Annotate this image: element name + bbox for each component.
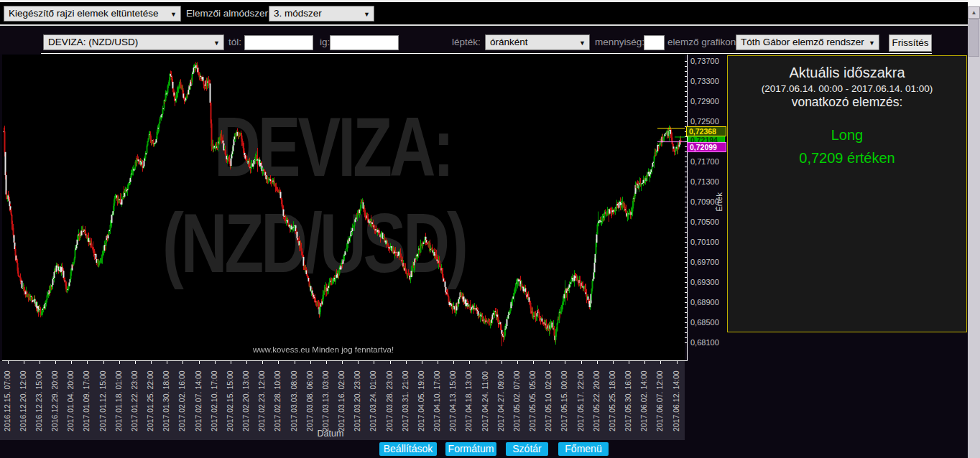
x-axis-tick [469, 361, 470, 364]
y-axis-tick [685, 277, 687, 278]
x-axis-label: 2017.04.18. 13:00 [464, 365, 473, 431]
scale-select-value: óránként [490, 37, 528, 47]
analyzer-select[interactable]: Tóth Gábor elemző rendszer ▼ [736, 34, 879, 50]
y-axis-label: 0,68500 [690, 318, 719, 327]
x-axis-label: 2017.01.25. 22:00 [146, 365, 154, 431]
currency-pair-select-value: DEVIZA: (NZD/USD) [48, 37, 138, 47]
x-axis-label: 2017.01.09. 17:00 [82, 365, 91, 431]
y-axis-tick [685, 177, 687, 177]
x-axis-tick [310, 361, 311, 364]
x-axis-tick [135, 361, 136, 364]
x-axis-label: 2017.05.05. 05:00 [528, 365, 537, 431]
x-axis-tick [453, 361, 454, 364]
x-axis-tick [40, 361, 40, 364]
x-axis-label: 2017.03.28. 23:00 [385, 365, 394, 431]
y-axis-label: 0,71700 [690, 157, 719, 166]
analysis-period: (2017.06.14. 00:00 - 2017.06.14. 01:00) [728, 83, 966, 94]
y-axis-label: 0,70500 [690, 218, 719, 226]
x-axis-label: 2017.06.07. 12:00 [655, 365, 664, 431]
chevron-down-icon: ▼ [579, 39, 586, 47]
x-axis-label: 2017.01.04. 20:00 [66, 365, 75, 431]
x-axis-label: 2017.03.20. 23:00 [353, 365, 361, 431]
x-axis-line [2, 360, 688, 361]
x-axis-label: 2017.04.13. 15:00 [448, 365, 457, 431]
dictionary-button[interactable]: Szótár [506, 442, 548, 456]
draw-elements-select[interactable]: Kiegészítő rajzi elemek eltüntetése ▼ [4, 6, 181, 22]
x-axis-label: 2016.12.15. 07:00 [3, 365, 11, 431]
x-axis-tick [8, 361, 9, 364]
format-button[interactable]: Formátum [445, 442, 496, 456]
x-axis-tick [501, 361, 502, 364]
x-axis-tick [374, 361, 374, 364]
y-axis-label: 0,72900 [690, 97, 719, 106]
x-axis-label: 2017.05.30. 16:00 [624, 365, 632, 431]
x-axis-label: 2017.02.23. 12:00 [257, 365, 266, 431]
submethod-select-value: 3. módszer [274, 8, 322, 19]
analysis-subtitle: vonatkozó elemzés: [728, 95, 966, 110]
candlestick-chart-canvas[interactable] [2, 55, 685, 360]
x-axis-tick [151, 361, 152, 364]
y-axis-tick [685, 207, 687, 207]
mainmenu-button[interactable]: Főmenü [558, 442, 609, 456]
settings-button[interactable]: Beállítások [379, 442, 437, 456]
x-axis-label: 2017.03.31. 21:00 [401, 365, 410, 431]
y-axis-tick [685, 267, 687, 268]
x-axis-label: 2017.05.25. 18:00 [608, 365, 616, 431]
y-axis-tick [685, 257, 687, 258]
x-axis-label: 2017.02.10. 17:00 [210, 365, 218, 431]
x-axis-tick [24, 361, 24, 364]
y-axis-tick [685, 307, 687, 308]
x-axis-label: 2017.04.24. 11:00 [481, 365, 489, 431]
vertical-scrollbar[interactable] [968, 0, 980, 458]
y-axis-tick [685, 187, 687, 187]
x-axis-label: 2017.03.13. 03:00 [321, 365, 330, 431]
x-axis-tick [486, 361, 486, 364]
x-axis-label: 2017.02.15. 15:00 [226, 365, 234, 431]
x-axis-tick [262, 361, 263, 364]
y-axis-label: 0,68900 [690, 298, 719, 307]
scrollbar-thumb[interactable] [969, 19, 979, 57]
x-axis-label: 2017.01.12. 15:00 [98, 365, 107, 431]
y-axis-tick [685, 91, 687, 92]
x-axis-label: 2017.02.20. 13:00 [241, 365, 250, 431]
analyzer-label: elemző grafikon: [667, 34, 739, 50]
refresh-button[interactable]: Frissítés [889, 34, 932, 52]
x-axis-tick [278, 361, 279, 364]
x-axis-tick [517, 361, 518, 364]
x-axis-tick [422, 361, 422, 364]
y-axis-tick [685, 76, 687, 77]
draw-elements-select-value: Kiegészítő rajzi elemek eltüntetése [9, 8, 159, 19]
analyzer-select-value: Tóth Gábor elemző rendszer [741, 37, 864, 47]
to-date-input[interactable] [330, 35, 399, 50]
y-axis-tick [685, 86, 687, 87]
y-axis-tick [685, 96, 687, 97]
x-axis-label: 2016.12.20. 12:00 [19, 365, 27, 431]
analysis-title: Aktuális időszakra [728, 65, 966, 81]
currency-pair-select[interactable]: DEVIZA: (NZD/USD) ▼ [43, 34, 224, 50]
y-axis-tick [685, 197, 687, 197]
y-axis-tick [685, 287, 687, 288]
y-axis-tick [685, 111, 687, 112]
x-axis-tick [119, 361, 120, 364]
scale-select[interactable]: óránként ▼ [485, 34, 590, 50]
y-axis-tick [685, 337, 687, 338]
x-axis-tick [182, 361, 183, 364]
submethod-select[interactable]: 3. módszer ▼ [269, 6, 374, 22]
copyright-watermark: www.kovess.eu Minden jog fenntartva! [43, 345, 604, 354]
y-axis-label: 0,69300 [690, 278, 719, 286]
submethod-label: Elemzői almódszer: [186, 6, 271, 22]
x-axis-tick [438, 361, 438, 364]
y-axis-tick [685, 167, 687, 167]
x-axis-label: 2016.12.23. 15:00 [34, 365, 43, 431]
x-axis-label: 2017.04.27. 09:00 [496, 365, 505, 431]
x-axis-title: Dátum [298, 429, 363, 439]
y-axis-tick [685, 232, 687, 233]
x-axis-label: 2017.06.12. 14:00 [672, 365, 680, 431]
x-axis-tick [533, 361, 534, 364]
app-root: Kiegészítő rajzi elemek eltüntetése ▼ El… [0, 0, 980, 458]
scrollbar-up-arrow[interactable]: ▲ [968, 6, 980, 19]
from-date-input[interactable] [244, 35, 313, 50]
quantity-input[interactable] [644, 35, 665, 50]
x-axis-tick [87, 361, 88, 364]
x-axis-tick [677, 361, 678, 364]
